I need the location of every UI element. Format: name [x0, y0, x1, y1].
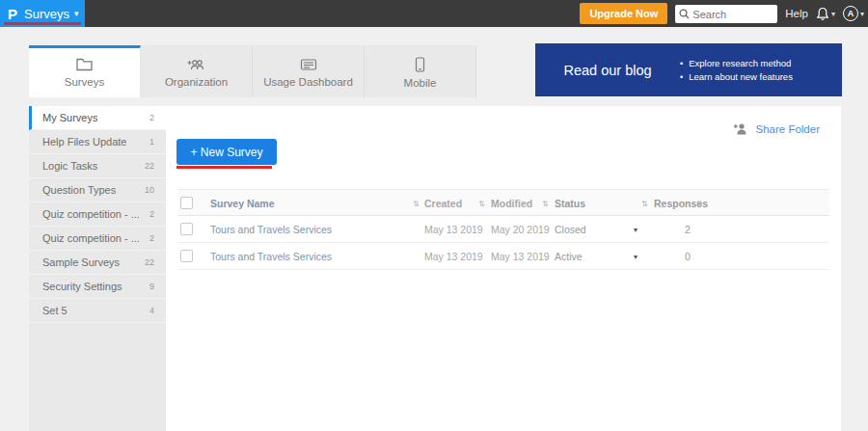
tab-organization[interactable]: Organization [141, 45, 253, 97]
bullet-icon: • [680, 59, 683, 68]
sidebar-item-set-5[interactable]: Set 54 [29, 299, 166, 323]
tab-label: Organization [165, 76, 228, 88]
annotation-underline-new-survey [176, 166, 272, 169]
folders-sidebar: My Surveys2 Help Files Update1 Logic Tas… [29, 106, 166, 431]
sort-icon[interactable]: ⇅ [641, 190, 648, 217]
app-logo-menu[interactable]: P Surveys ▾ [0, 0, 85, 27]
sidebar-item-quiz-competition-2[interactable]: Quiz competition - ...2 [29, 227, 166, 251]
folder-count: 9 [149, 282, 154, 291]
tab-mobile[interactable]: Mobile [365, 45, 476, 97]
share-person-icon [733, 122, 748, 135]
modified-date: May 20 2019 [491, 216, 550, 243]
survey-name-link[interactable]: Tours and Travels Services [210, 243, 332, 270]
sort-icon[interactable]: ⇅ [542, 190, 549, 217]
sidebar-item-my-surveys[interactable]: My Surveys2 [29, 106, 166, 130]
sidebar-item-question-types[interactable]: Question Types10 [29, 178, 166, 202]
tab-label: Mobile [404, 77, 437, 89]
brand-logo-icon: P [8, 6, 17, 22]
search-input[interactable] [675, 5, 777, 23]
sidebar-item-security-settings[interactable]: Security Settings9 [29, 275, 166, 299]
surveys-content: + New Survey Share Folder Survey Name ⇅ … [166, 106, 841, 431]
col-survey-name[interactable]: Survey Name [210, 190, 275, 217]
modified-date: May 13 2019 [491, 243, 550, 270]
created-date: May 13 2019 [424, 243, 483, 270]
surveys-table: Survey Name ⇅ Created ⇅ Modified ⇅ Statu… [178, 189, 829, 270]
smartphone-icon [415, 57, 425, 72]
responses-count: 2 [685, 216, 691, 243]
folder-count: 2 [149, 209, 154, 219]
notifications-button[interactable]: ▾ [816, 7, 835, 21]
topbar-right: Upgrade Now Help ▾ A ▾ [580, 0, 864, 27]
row-checkbox[interactable] [180, 250, 193, 262]
annotation-underline-logo [4, 22, 81, 25]
plus-icon: + [190, 146, 197, 159]
chevron-down-icon: ▾ [860, 10, 864, 18]
chevron-down-icon: ▾ [831, 10, 835, 18]
table-row: Tours and Travels Services May 13 2019 M… [178, 243, 829, 270]
sidebar-item-sample-surveys[interactable]: Sample Surveys22 [29, 251, 166, 275]
search-icon [679, 9, 690, 19]
search-box [675, 5, 777, 23]
tab-label: Usage Dashboard [263, 76, 353, 88]
help-link[interactable]: Help [785, 8, 808, 19]
sidebar-item-quiz-competition-1[interactable]: Quiz competition - ...2 [29, 202, 166, 227]
add-people-icon [187, 58, 205, 71]
blog-bullet-list: •Explore research method •Learn about ne… [680, 55, 793, 85]
avatar: A [843, 6, 858, 21]
sort-icon[interactable]: ⇅ [413, 190, 420, 217]
sidebar-item-logic-tasks[interactable]: Logic Tasks22 [29, 154, 166, 178]
folder-count: 10 [145, 185, 154, 195]
tab-surveys[interactable]: Surveys [29, 45, 141, 97]
table-header-row: Survey Name ⇅ Created ⇅ Modified ⇅ Statu… [178, 189, 829, 216]
blog-title: Read our blog [535, 63, 680, 78]
folder-count: 1 [149, 137, 154, 147]
account-menu[interactable]: A ▾ [843, 6, 864, 21]
row-checkbox[interactable] [180, 223, 193, 235]
status-value: Active [555, 243, 583, 270]
dashboard-card-icon [300, 58, 317, 71]
folder-count: 2 [149, 233, 154, 243]
tab-label: Surveys [65, 76, 105, 88]
new-survey-button[interactable]: + New Survey [176, 139, 277, 165]
status-dropdown[interactable]: ▾ [634, 243, 637, 270]
app-menu-label: Surveys [24, 7, 69, 21]
topbar: P Surveys ▾ Upgrade Now Help ▾ A ▾ [0, 0, 868, 27]
bell-icon [816, 7, 829, 21]
blog-bullet-item: •Explore research method [680, 58, 793, 68]
app-window: P Surveys ▾ Upgrade Now Help ▾ A ▾ [0, 0, 868, 431]
primary-tabs: Surveys Organization Usage Dashboard Mob… [29, 45, 476, 97]
bullet-icon: • [680, 72, 683, 82]
select-all-checkbox[interactable] [180, 197, 193, 209]
created-date: May 13 2019 [424, 216, 483, 243]
blog-bullet-item: •Learn about new features [680, 71, 793, 82]
sidebar-item-help-files-update[interactable]: Help Files Update1 [29, 130, 166, 154]
blog-banner[interactable]: Read our blog •Explore research method •… [535, 43, 842, 96]
survey-name-link[interactable]: Tours and Travels Services [210, 216, 332, 243]
table-row: Tours and Travels Services May 13 2019 M… [178, 216, 829, 243]
folder-count: 22 [145, 161, 154, 171]
col-status[interactable]: Status [555, 190, 585, 217]
tab-usage-dashboard[interactable]: Usage Dashboard [253, 45, 365, 97]
responses-count: 0 [685, 243, 691, 270]
sort-icon[interactable]: ⇅ [696, 190, 703, 217]
upgrade-now-button[interactable]: Upgrade Now [580, 3, 667, 24]
status-value: Closed [555, 216, 586, 243]
folder-count: 2 [149, 113, 154, 122]
chevron-down-icon: ▾ [74, 9, 79, 18]
sort-icon[interactable]: ⇅ [478, 190, 485, 217]
folder-count: 22 [145, 257, 154, 267]
col-modified[interactable]: Modified [491, 190, 532, 217]
status-dropdown[interactable]: ▾ [634, 216, 637, 243]
folder-icon [76, 58, 93, 71]
share-folder-link[interactable]: Share Folder [733, 122, 820, 135]
folder-count: 4 [149, 306, 154, 315]
col-created[interactable]: Created [424, 190, 462, 217]
